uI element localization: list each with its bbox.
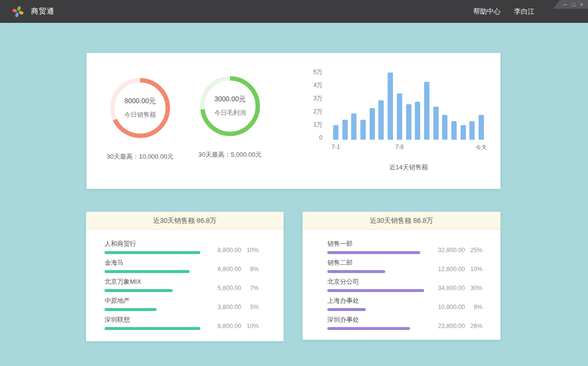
list-item: 中原地产 3,800.005% bbox=[105, 296, 259, 311]
profit-30day-max: 30天最高：5,000.00元 bbox=[191, 150, 269, 159]
chart-bar bbox=[406, 104, 411, 140]
dashboard: 8000.00元 今日销售额 30天最高：10,000.00元 3000.00元… bbox=[0, 23, 588, 366]
progress-bar bbox=[105, 327, 200, 330]
chart-bar bbox=[378, 100, 384, 140]
maximize-button[interactable]: □ bbox=[572, 0, 575, 9]
amount: 5,800.00 bbox=[207, 285, 241, 292]
chart-bar bbox=[415, 102, 420, 140]
amount: 34,800.00 bbox=[431, 285, 465, 292]
list-item: 深圳联想 8,800.0010% bbox=[105, 315, 259, 330]
department-sales-panel: 近30天销售额 86.8万 销售一部 32,800.0025% 销售二部 12,… bbox=[303, 212, 500, 340]
chart-bar bbox=[397, 93, 402, 140]
x-axis-label: 7-8 bbox=[395, 144, 404, 150]
chart-bar bbox=[333, 125, 339, 140]
list-item: 深圳办事处 23,800.0026% bbox=[327, 315, 482, 330]
chart-title: 近14天销售额 bbox=[333, 163, 484, 172]
customer-panel-title: 近30天销售额 86.8万 bbox=[86, 212, 284, 230]
chart-bar bbox=[360, 120, 366, 140]
progress-bar bbox=[105, 251, 200, 254]
list-item: 北京分公司 34,800.0030% bbox=[327, 277, 482, 292]
chart-bar bbox=[451, 121, 457, 140]
x-axis-label: 7-1 bbox=[332, 144, 340, 150]
chart-bar bbox=[433, 107, 439, 140]
amount: 12,800.00 bbox=[431, 266, 465, 273]
y-axis-tick: 2万 bbox=[313, 108, 322, 115]
chart-bar bbox=[351, 113, 356, 140]
chart-bar bbox=[469, 121, 475, 140]
x-axis: 7-17-8今天 bbox=[333, 144, 484, 151]
y-axis-tick: 1万 bbox=[313, 121, 322, 128]
window-controls: ─ □ × bbox=[553, 0, 588, 9]
chart-bar bbox=[479, 115, 484, 140]
y-axis-tick: 3万 bbox=[313, 95, 322, 102]
customer-sales-panel: 近30天销售额 86.8万 人和商贸行 8,800.0010% 金海马 6,80… bbox=[86, 212, 284, 341]
progress-bar bbox=[327, 270, 385, 273]
amount: 8,800.00 bbox=[207, 323, 241, 329]
y-axis-tick: 0 bbox=[319, 134, 322, 141]
amount: 8,800.00 bbox=[207, 247, 241, 254]
y-axis-tick: 4万 bbox=[313, 82, 322, 89]
percent: 7% bbox=[241, 285, 259, 292]
x-axis-label: 今天 bbox=[476, 144, 487, 152]
chart-bar bbox=[424, 82, 429, 140]
progress-bar bbox=[327, 289, 424, 292]
bar-plot bbox=[333, 71, 484, 140]
progress-bar bbox=[327, 308, 366, 311]
chart-bar bbox=[388, 73, 393, 140]
list-item: 上海办事处 10,800.009% bbox=[327, 296, 482, 311]
list-item: 人和商贸行 8,800.0010% bbox=[105, 239, 259, 254]
progress-bar bbox=[327, 327, 410, 330]
percent: 8% bbox=[241, 266, 259, 273]
sales-14day-chart: 01万2万3万4万5万 7-17-8今天 近14天销售额 bbox=[308, 71, 484, 185]
app-window: 商贸通 帮助中心 李白江 ─ □ × 8000.00元 今日销售额 bbox=[0, 0, 588, 366]
percent: 9% bbox=[465, 304, 482, 311]
chart-bar bbox=[370, 108, 375, 140]
app-title: 商贸通 bbox=[31, 7, 54, 16]
today-sales-donut: 8000.00元 今日销售额 30天最高：10,000.00元 bbox=[101, 77, 179, 161]
progress-bar bbox=[105, 289, 173, 292]
list-item: 北京万象MIX 5,800.007% bbox=[105, 277, 259, 292]
app-logo-icon bbox=[12, 5, 24, 18]
amount: 32,800.00 bbox=[431, 247, 465, 254]
progress-bar bbox=[327, 251, 420, 254]
percent: 5% bbox=[241, 304, 259, 311]
list-item: 金海马 6,800.008% bbox=[105, 258, 259, 273]
titlebar: 商贸通 帮助中心 李白江 ─ □ × bbox=[0, 0, 588, 23]
percent: 10% bbox=[241, 323, 259, 329]
today-profit-label: 今日毛利润 bbox=[214, 109, 246, 117]
amount: 6,800.00 bbox=[207, 266, 241, 273]
sales-30day-max: 30天最高：10,000.00元 bbox=[101, 152, 179, 161]
percent: 10% bbox=[241, 247, 259, 254]
list-item: 销售一部 32,800.0025% bbox=[327, 239, 482, 254]
overview-panel: 8000.00元 今日销售额 30天最高：10,000.00元 3000.00元… bbox=[87, 53, 500, 189]
amount: 3,800.00 bbox=[207, 304, 241, 311]
today-profit-donut: 3000.00元 今日毛利润 30天最高：5,000.00元 bbox=[191, 75, 269, 159]
amount: 10,800.00 bbox=[431, 304, 465, 311]
help-center-link[interactable]: 帮助中心 bbox=[473, 7, 500, 16]
y-axis-tick: 5万 bbox=[313, 69, 322, 75]
progress-bar bbox=[105, 308, 157, 311]
minimize-button[interactable]: ─ bbox=[563, 0, 567, 9]
y-axis: 01万2万3万4万5万 bbox=[308, 71, 322, 140]
list-item: 销售二部 12,800.0010% bbox=[327, 258, 482, 273]
chart-bar bbox=[461, 125, 466, 140]
percent: 25% bbox=[465, 247, 482, 254]
titlebar-menu: 帮助中心 李白江 bbox=[473, 7, 535, 16]
today-sales-value: 8000.00元 bbox=[125, 97, 156, 106]
percent: 26% bbox=[465, 323, 482, 329]
percent: 10% bbox=[465, 266, 482, 273]
today-profit-value: 3000.00元 bbox=[214, 95, 246, 104]
progress-bar bbox=[105, 270, 190, 273]
chart-bar bbox=[442, 115, 447, 140]
user-menu[interactable]: 李白江 bbox=[514, 7, 535, 16]
department-panel-title: 近30天销售额 86.8万 bbox=[303, 212, 500, 230]
close-button[interactable]: × bbox=[580, 0, 583, 9]
today-sales-label: 今日销售额 bbox=[125, 110, 156, 119]
chart-bar bbox=[342, 120, 348, 140]
amount: 23,800.00 bbox=[431, 323, 465, 329]
percent: 30% bbox=[465, 285, 482, 292]
